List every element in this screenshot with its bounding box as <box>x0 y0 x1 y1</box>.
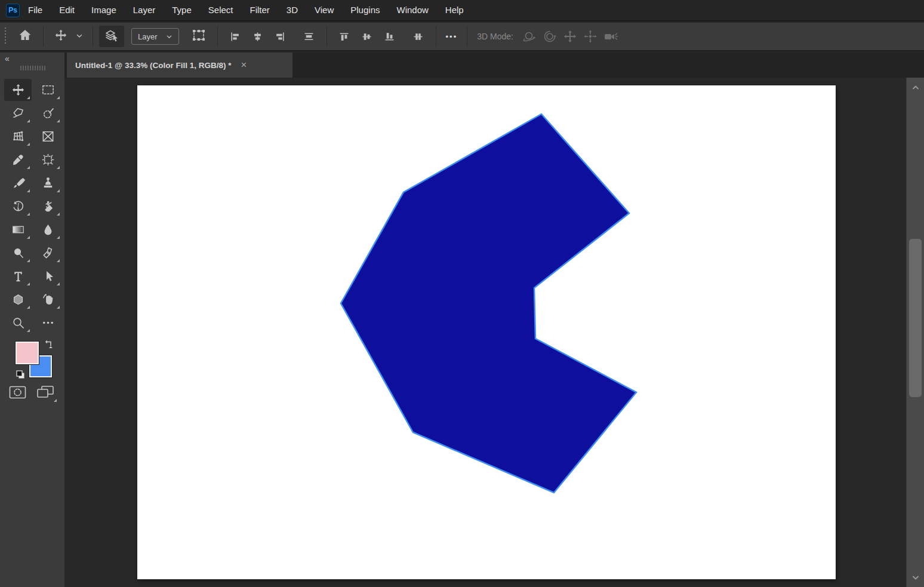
vertical-scrollbar[interactable] <box>906 78 924 587</box>
tool-object-selection[interactable] <box>34 102 61 124</box>
scroll-down-icon[interactable] <box>911 573 920 582</box>
3d-mode-label: 3D Mode: <box>477 32 513 41</box>
tool-pen[interactable] <box>34 242 61 264</box>
tools-panel: « <box>0 53 64 587</box>
auto-select-mode-dropdown[interactable]: Layer <box>131 28 179 45</box>
3d-pan-button <box>560 26 580 47</box>
tool-lasso[interactable] <box>4 102 32 124</box>
hand-rotate-icon <box>41 293 55 306</box>
tool-eraser[interactable] <box>34 195 61 217</box>
menu-item-filter[interactable]: Filter <box>242 0 278 21</box>
quick-mask-mode-button[interactable] <box>9 386 26 399</box>
tool-brush[interactable] <box>4 172 32 194</box>
document-tab-title: Untitled-1 @ 33.3% (Color Fill 1, RGB/8)… <box>75 61 231 70</box>
menu-item-view[interactable]: View <box>306 0 342 21</box>
3d-camera-icon <box>603 29 618 44</box>
tab-close-icon[interactable]: × <box>241 59 247 71</box>
separator <box>43 26 44 47</box>
document-tab[interactable]: Untitled-1 @ 33.3% (Color Fill 1, RGB/8)… <box>67 53 292 78</box>
document-canvas[interactable] <box>137 85 836 579</box>
tool-crop[interactable] <box>4 125 32 147</box>
align-right-edges-button[interactable] <box>272 27 289 46</box>
menu-item-3d[interactable]: 3D <box>278 0 306 21</box>
tool-eyedropper[interactable] <box>4 149 32 171</box>
align-top-edges-button[interactable] <box>335 27 353 46</box>
perspective-crop-icon <box>11 130 25 143</box>
healing-patch-icon <box>41 153 55 167</box>
collapse-panel-button[interactable]: « <box>5 54 10 63</box>
tool-dodge[interactable] <box>4 242 32 264</box>
menu-item-window[interactable]: Window <box>388 0 436 21</box>
align-vertical-centers-button[interactable] <box>358 27 376 46</box>
dodge-icon <box>11 246 25 260</box>
tool-hand-rotate[interactable] <box>34 288 61 311</box>
menu-item-type[interactable]: Type <box>164 0 200 21</box>
separator <box>93 26 93 47</box>
zoom-magnifier-icon <box>11 316 25 330</box>
tool-preset-chevron-icon[interactable] <box>76 31 83 42</box>
menu-item-plugins[interactable]: Plugins <box>342 0 388 21</box>
tool-type[interactable] <box>4 265 32 287</box>
document-tab-bar: Untitled-1 @ 33.3% (Color Fill 1, RGB/8)… <box>64 53 924 78</box>
3d-camera-button <box>600 26 621 47</box>
align-left-edges-button[interactable] <box>226 27 244 46</box>
default-colors-icon[interactable] <box>16 370 26 380</box>
align-right-icon <box>275 32 285 42</box>
transform-controls-icon <box>191 27 207 45</box>
align-bottom-edges-button[interactable] <box>381 27 399 46</box>
auto-select-toggle[interactable] <box>99 26 124 47</box>
3d-pan-icon <box>562 29 578 44</box>
align-horizontal-centers-button[interactable] <box>249 27 267 46</box>
menu-item-layer[interactable]: Layer <box>125 0 164 21</box>
canvas-shape-polygon[interactable] <box>341 114 636 493</box>
more-align-options-button[interactable]: ••• <box>446 32 458 41</box>
path-selection-arrow-icon <box>41 269 55 283</box>
distribute-vertical-button[interactable] <box>409 27 427 46</box>
history-brush-icon <box>11 199 25 213</box>
home-button[interactable] <box>13 26 37 47</box>
distribute-horizontal-button[interactable] <box>300 27 318 46</box>
tool-path-selection[interactable] <box>34 265 61 287</box>
pasteboard[interactable] <box>64 78 906 587</box>
menu-bar: Ps File Edit Image Layer Type Select Fil… <box>0 0 924 21</box>
screen-mode-button[interactable] <box>36 385 56 400</box>
swap-colors-icon[interactable] <box>43 338 55 350</box>
tool-move[interactable] <box>4 79 32 101</box>
tool-healing-patch[interactable] <box>34 149 61 171</box>
tool-gradient[interactable] <box>4 219 32 241</box>
tool-frame[interactable] <box>34 125 61 147</box>
menu-item-image[interactable]: Image <box>83 0 125 21</box>
frame-icon <box>41 130 55 143</box>
tool-blur[interactable] <box>34 219 61 241</box>
options-bar-grip[interactable] <box>4 27 7 45</box>
tool-clone-stamp[interactable] <box>34 172 61 194</box>
current-tool-button[interactable] <box>50 26 72 47</box>
tool-zoom[interactable] <box>4 312 32 334</box>
ellipsis-icon <box>41 316 55 330</box>
foreground-color-swatch[interactable] <box>16 342 39 364</box>
align-horizontal-centers-icon <box>252 32 263 42</box>
brush-icon <box>11 176 25 190</box>
move-tool-icon <box>54 29 67 44</box>
menu-item-select[interactable]: Select <box>200 0 242 21</box>
gradient-icon <box>11 223 25 236</box>
menu-item-help[interactable]: Help <box>437 0 472 21</box>
scroll-up-icon[interactable] <box>911 83 920 93</box>
polygon-shape-icon <box>11 293 25 306</box>
3d-roll-button <box>540 26 560 47</box>
tool-shape[interactable] <box>4 288 32 311</box>
align-vertical-centers-icon <box>362 32 372 42</box>
tool-rectangular-marquee[interactable] <box>34 79 61 101</box>
tool-more-tools[interactable] <box>34 312 61 334</box>
eyedropper-icon <box>11 153 25 167</box>
scrollbar-thumb[interactable] <box>909 239 922 397</box>
show-transform-controls-toggle[interactable] <box>186 26 211 47</box>
auto-select-mode-value: Layer <box>138 32 158 41</box>
align-bottom-icon <box>384 32 395 42</box>
menu-item-edit[interactable]: Edit <box>51 0 83 21</box>
menu-item-file[interactable]: File <box>20 0 51 21</box>
tool-history-brush[interactable] <box>4 195 32 217</box>
tools-panel-grip[interactable] <box>20 66 47 70</box>
move-icon <box>11 83 25 97</box>
photoshop-logo-icon[interactable]: Ps <box>6 4 20 17</box>
